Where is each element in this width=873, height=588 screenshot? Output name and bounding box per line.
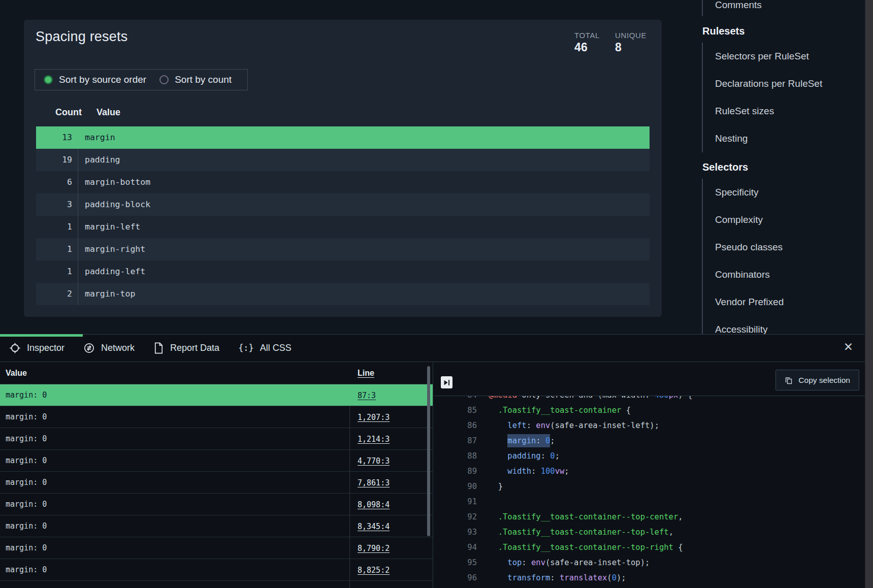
tab-network[interactable]: Network <box>83 342 135 354</box>
row-count: 1 <box>36 216 78 238</box>
tab-all-css[interactable]: {:}All CSS <box>238 343 292 353</box>
line-number: 88 <box>434 448 477 464</box>
inspector-row-value: margin: 0 <box>0 515 349 537</box>
row-value: margin-bottom <box>78 171 650 193</box>
tab-label: Inspector <box>27 343 64 353</box>
inspector-row[interactable]: margin: 08,790:2 <box>0 537 433 559</box>
table-row[interactable]: 1margin-left <box>36 216 650 238</box>
tab-bar: InspectorNetworkReport Data{:}All CSS <box>0 335 865 362</box>
close-icon[interactable]: ✕ <box>844 341 853 353</box>
sidebar-item-specificity[interactable]: Specificity <box>703 179 865 206</box>
table-row[interactable]: 3padding-block <box>36 193 650 216</box>
inspector-row-value: margin: 0 <box>0 384 349 406</box>
line-number: 96 <box>434 570 477 585</box>
sidebar-item-accessibility[interactable]: Accessibility <box>703 316 865 334</box>
line-number: 87 <box>434 433 477 448</box>
inspector-value-header: Value <box>0 362 349 384</box>
table-row[interactable]: 1padding-left <box>36 260 650 283</box>
spacing-table-header: Count Value <box>48 107 661 120</box>
inspector-row-line-cell: 8,345:4 <box>349 515 433 537</box>
tab-label: All CSS <box>260 343 292 353</box>
line-link[interactable]: 8,098:4 <box>358 500 390 509</box>
inspector-row[interactable]: margin: 08,825:2 <box>0 559 433 581</box>
window-scrollbar[interactable] <box>865 0 873 588</box>
inspector-row[interactable]: margin: 04,770:3 <box>0 450 433 472</box>
inspector-row[interactable]: margin: 01,214:3 <box>0 428 433 450</box>
code-line: 95 top: env(safe-area-inset-top); <box>434 555 865 570</box>
radio-icon[interactable] <box>44 75 53 84</box>
line-number: 91 <box>434 494 477 509</box>
inspector-row[interactable]: margin: 01,207:3 <box>0 406 433 428</box>
sidebar-group: SpecificityComplexityPseudo classesCombi… <box>702 179 865 334</box>
inspector-row-line-cell <box>349 581 433 588</box>
sidebar-group: Selectors per RuleSetDeclarations per Ru… <box>702 43 865 152</box>
sidebar-item-selectors-per-ruleset[interactable]: Selectors per RuleSet <box>703 43 865 70</box>
row-value: margin-right <box>78 238 650 260</box>
line-link[interactable]: 1,207:3 <box>358 413 390 422</box>
sidebar-item-nesting[interactable]: Nesting <box>703 125 865 152</box>
inspector-scrollbar-thumb[interactable] <box>427 366 430 536</box>
code-line: 96 transform: translatex(0); <box>434 570 865 585</box>
inspector-line-header[interactable]: Line <box>358 369 374 377</box>
line-link[interactable]: 8,825:2 <box>358 566 390 575</box>
stat-value: 46 <box>574 41 600 54</box>
document-icon <box>153 342 164 354</box>
line-link[interactable]: 8,790:2 <box>358 544 390 553</box>
inspector-row[interactable]: margin: 087:3 <box>0 384 433 406</box>
line-link[interactable]: 7,861:3 <box>358 478 390 487</box>
inspector-row-line-cell: 4,770:3 <box>349 450 433 471</box>
copy-selection-button[interactable]: Copy selection <box>775 370 859 390</box>
sidebar-item-combinators[interactable]: Combinators <box>703 261 865 288</box>
inspector-row[interactable] <box>0 581 433 588</box>
card-stats: TOTAL46UNIQUE8 <box>574 31 646 54</box>
sidebar-item-pseudo-classes[interactable]: Pseudo classes <box>703 234 865 261</box>
line-link[interactable]: 1,214:3 <box>358 435 390 444</box>
line-number: 92 <box>434 509 477 525</box>
code-line: 94 .Toastify__toast-container--top-right… <box>434 540 865 555</box>
sidebar-item-declarations-per-ruleset[interactable]: Declarations per RuleSet <box>703 70 865 97</box>
code-line: 85 .Toastify__toast-container { <box>434 403 865 418</box>
sidebar-item-ruleset-sizes[interactable]: RuleSet sizes <box>703 97 865 125</box>
card-title: Spacing resets <box>36 29 127 45</box>
sidebar-item-comments[interactable]: Comments <box>703 0 865 16</box>
sidebar-item-vendor-prefixed[interactable]: Vendor Prefixed <box>703 288 865 316</box>
code-line: 89 width: 100vw; <box>434 464 865 479</box>
row-value: margin-top <box>78 283 650 305</box>
tab-inspector[interactable]: Inspector <box>9 342 64 354</box>
code-line: 88 padding: 0; <box>434 448 865 464</box>
inspector-row-value: margin: 0 <box>0 472 349 493</box>
stat-label: TOTAL <box>574 31 600 40</box>
code-text: .Toastify__toast-container--top-left, <box>489 525 673 540</box>
table-row[interactable]: 1margin-right <box>36 238 650 260</box>
code-line: 91 <box>434 494 865 509</box>
tab-report-data[interactable]: Report Data <box>153 342 219 354</box>
table-row[interactable]: 2margin-top <box>36 283 650 305</box>
sidebar-item-complexity[interactable]: Complexity <box>703 206 865 234</box>
inspector-row[interactable]: margin: 08,098:4 <box>0 494 433 515</box>
radio-icon[interactable] <box>159 75 169 84</box>
stat-value: 8 <box>615 41 646 54</box>
line-number: 89 <box>434 464 477 479</box>
inspector-row-line-cell: 87:3 <box>349 384 433 406</box>
line-link[interactable]: 87:3 <box>358 391 376 400</box>
inspector-row-value: margin: 0 <box>0 450 349 471</box>
expand-panel-button[interactable] <box>441 376 452 388</box>
inspector-row-line-cell: 1,214:3 <box>349 428 433 449</box>
line-link[interactable]: 8,345:4 <box>358 522 390 531</box>
table-row[interactable]: 19padding <box>36 149 650 171</box>
table-row[interactable]: 13margin <box>36 126 650 149</box>
table-row[interactable]: 6margin-bottom <box>36 171 650 193</box>
sort-option[interactable]: Sort by count <box>159 74 232 85</box>
code-line: 86 left: env(safe-area-inset-left); <box>434 418 865 433</box>
row-count: 1 <box>36 238 78 260</box>
inspector-row[interactable]: margin: 07,861:3 <box>0 472 433 494</box>
code-text: .Toastify__toast-container { <box>489 403 631 418</box>
inspector-row-value: margin: 0 <box>0 537 349 559</box>
line-number: 90 <box>434 479 477 494</box>
sort-option[interactable]: Sort by source order <box>44 74 146 85</box>
copy-selection-label: Copy selection <box>798 376 850 385</box>
tab-label: Report Data <box>170 343 219 353</box>
inspector-row[interactable]: margin: 08,345:4 <box>0 515 433 537</box>
row-value: padding-left <box>78 260 650 283</box>
line-link[interactable]: 4,770:3 <box>358 456 390 466</box>
